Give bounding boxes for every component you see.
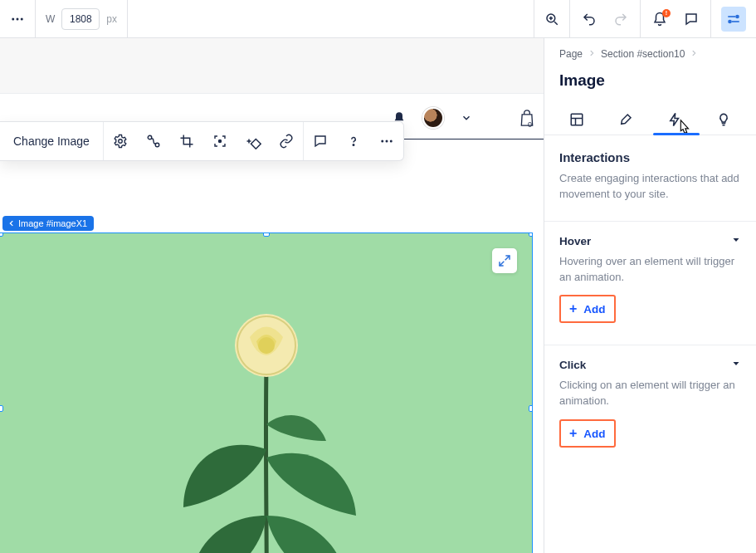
redo-button[interactable] (613, 12, 628, 27)
inspector-panel: Page Section #section10 Image (544, 38, 756, 553)
canvas-area: 0 Image #imageX1 (0, 38, 544, 553)
hover-desc: Hovering over an element will trigger an… (559, 254, 741, 286)
shopping-bag-icon[interactable]: 0 (519, 109, 535, 127)
focal-point-icon (212, 134, 227, 149)
svg-rect-24 (572, 114, 583, 125)
focal-point-button[interactable] (203, 122, 237, 160)
svg-point-0 (12, 17, 14, 20)
zoom-in-icon (544, 12, 559, 27)
resize-handle-tl[interactable] (0, 233, 3, 237)
tutorial-highlight: + Add (559, 419, 616, 448)
canvas-width-input[interactable] (61, 8, 100, 30)
comms-controls: ! (640, 0, 710, 37)
breadcrumb-page[interactable]: Page (559, 48, 583, 60)
inspector-body: Interactions Create engaging interaction… (544, 135, 756, 553)
history-controls (569, 0, 640, 37)
add-click-button[interactable]: + Add (561, 421, 614, 446)
collapse-toggle[interactable] (731, 235, 741, 247)
layout-icon (569, 112, 584, 127)
tab-ideas[interactable] (707, 105, 740, 135)
section-desc: Create engaging interactions that add mo… (559, 171, 741, 203)
editor-toggle-icon (721, 7, 746, 32)
gear-icon (113, 134, 128, 149)
mask-button[interactable] (237, 122, 270, 160)
bag-count: 0 (528, 120, 532, 129)
hover-title: Hover (559, 235, 591, 247)
svg-point-7 (736, 15, 739, 17)
selection-tag[interactable]: Image #imageX1 (2, 216, 94, 231)
tutorial-highlight: + Add (559, 295, 616, 323)
resize-handle-tm[interactable] (263, 233, 270, 237)
expand-button[interactable] (492, 248, 517, 273)
comments-button[interactable] (684, 12, 699, 27)
crop-button[interactable] (170, 122, 203, 160)
editor-mode-toggle[interactable] (710, 0, 756, 37)
breadcrumb: Page Section #section10 (544, 38, 756, 63)
resize-handle-mr[interactable] (529, 405, 532, 412)
page-strip (0, 38, 544, 94)
chevron-right-icon (690, 48, 698, 60)
app-top-bar: W px ! (0, 0, 756, 38)
selection-tag-label: Image #imageX1 (18, 218, 87, 228)
topbar-right: ! (534, 0, 756, 37)
canvas-width-control: W px (36, 0, 128, 37)
collapse-toggle[interactable] (731, 359, 741, 371)
more-menu-button[interactable] (0, 0, 36, 37)
topbar-left: W px (0, 0, 128, 37)
mask-icon (245, 133, 261, 149)
ellipsis-icon (10, 12, 25, 27)
brush-icon (618, 112, 633, 127)
width-label: W (46, 13, 55, 25)
tab-interactions[interactable] (658, 105, 691, 135)
zoom-in-button[interactable] (534, 0, 569, 37)
avatar[interactable] (422, 107, 444, 129)
link-button[interactable] (270, 122, 303, 160)
undo-button[interactable] (582, 12, 597, 27)
add-label: Add (583, 303, 605, 316)
animation-button[interactable] (137, 122, 170, 160)
help-button[interactable] (337, 122, 370, 160)
resize-handle-tr[interactable] (529, 233, 532, 237)
breadcrumb-section[interactable]: Section #section10 (601, 48, 685, 60)
change-image-button[interactable]: Change Image (0, 122, 104, 160)
svg-point-23 (390, 140, 393, 143)
selected-image[interactable] (0, 233, 532, 553)
resize-handle-ml[interactable] (0, 405, 3, 412)
link-icon (279, 134, 294, 149)
plus-icon: + (569, 301, 577, 316)
comment-icon (313, 134, 328, 149)
settings-button[interactable] (104, 122, 137, 160)
notification-badge: ! (662, 9, 671, 17)
site-header-preview: 0 (384, 102, 544, 139)
change-image-label: Change Image (13, 135, 90, 148)
hover-interaction-row: Hover Hovering over an element will trig… (544, 222, 756, 332)
notifications-button[interactable]: ! (652, 12, 667, 27)
ellipsis-icon (379, 134, 394, 149)
tab-design[interactable] (609, 105, 642, 135)
help-icon (346, 134, 361, 149)
svg-point-1 (17, 17, 19, 20)
svg-point-21 (381, 140, 383, 143)
add-hover-button[interactable]: + Add (561, 296, 614, 321)
animation-icon (146, 134, 161, 149)
width-unit: px (106, 13, 117, 25)
lightning-icon (667, 112, 682, 127)
svg-point-17 (155, 143, 159, 147)
svg-point-2 (21, 17, 23, 20)
more-button[interactable] (370, 122, 403, 160)
add-label: Add (583, 428, 605, 440)
svg-rect-19 (251, 139, 261, 149)
svg-point-15 (119, 139, 123, 144)
click-title: Click (559, 359, 586, 371)
comment-button[interactable] (304, 122, 337, 160)
svg-point-18 (218, 140, 221, 143)
chevron-right-icon (588, 48, 596, 60)
inspector-title: Image (544, 63, 756, 105)
tab-layout[interactable] (560, 105, 593, 135)
svg-point-20 (353, 144, 354, 146)
crop-icon (179, 134, 194, 149)
page-surface[interactable]: 0 Image #imageX1 (0, 94, 544, 553)
chevron-down-icon[interactable] (461, 112, 472, 124)
plus-icon: + (569, 426, 577, 441)
svg-point-8 (729, 20, 731, 22)
